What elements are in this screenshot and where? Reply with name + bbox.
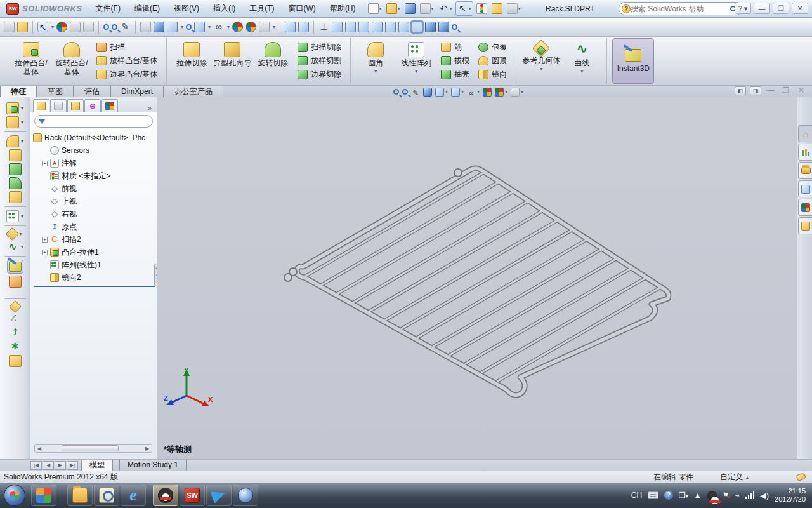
model-tab[interactable]: 模型 [81, 460, 113, 471]
tree-item-boss-extrude1[interactable]: + 凸台-拉伸1 [42, 246, 157, 258]
view-settings-button[interactable]: ▾ [511, 88, 523, 97]
tray-restore-icon[interactable]: ❐▾ [679, 491, 688, 500]
linear-pattern-button[interactable]: 线性阵列 ▾ [396, 38, 436, 84]
curves-button[interactable]: ∿ 曲线 ▾ [562, 38, 601, 84]
feature-manager-tab[interactable] [33, 99, 49, 112]
view-cube-1-icon[interactable] [332, 22, 343, 32]
tree-item-part[interactable]: Rack (Default<<Default>_Phc [33, 131, 157, 144]
apply-scene-icon[interactable] [246, 22, 256, 32]
tree-item-mirror2[interactable]: 镜向2 [42, 271, 157, 284]
reference-geometry-caret[interactable]: ▾ [540, 66, 542, 72]
tray-clock[interactable]: 21:15 2012/7/20 [775, 487, 806, 504]
draft-button[interactable]: 拔模 [438, 55, 472, 67]
edit-appearance-button[interactable] [483, 88, 492, 97]
doc-minimize-button[interactable]: — [765, 86, 776, 95]
show-hidden-icons-arrow[interactable]: ▲ [694, 491, 702, 500]
lt-plane-button[interactable] [11, 302, 20, 311]
lens-icon[interactable] [452, 24, 457, 30]
tree-filter-box[interactable] [34, 115, 153, 128]
lt-draft-button[interactable] [9, 177, 22, 189]
lofted-cut-button[interactable]: 放样切割 [295, 55, 344, 67]
new-document-button[interactable]: ▾ [367, 2, 383, 15]
lt-extruded-cut-button[interactable]: ▾ [6, 116, 23, 128]
extruded-boss-button[interactable]: 拉伸凸台/基体 [11, 38, 51, 84]
lt-linear-pattern-button[interactable]: ▾ [6, 210, 23, 222]
view-isometric-icon[interactable] [412, 22, 422, 32]
expand-boss-extrude1[interactable]: + [42, 250, 48, 255]
view-cube-4-icon[interactable] [372, 22, 383, 32]
property-manager-tab[interactable] [50, 99, 67, 112]
model-item-icon[interactable] [17, 22, 28, 32]
fillet-button[interactable]: 圆角 ▾ [356, 38, 395, 84]
section-view-icon[interactable] [154, 22, 164, 32]
scroll-thumb[interactable] [62, 445, 119, 451]
revolved-boss-button[interactable]: 旋转凸台/基体 [52, 38, 91, 84]
lt-shell-button[interactable] [9, 163, 22, 175]
view-cube-5-icon[interactable] [385, 22, 396, 32]
app-help-button[interactable]: ? ▾ [735, 3, 751, 14]
lt-mate-reference-button[interactable] [9, 355, 22, 367]
expand-sweep2[interactable]: + [42, 237, 48, 243]
revolved-cut-button[interactable]: 旋转切除 [253, 38, 292, 84]
lt-curves-button[interactable]: ∿▾ [6, 241, 23, 253]
status-tag-button[interactable] [797, 474, 806, 480]
tab-features[interactable]: 特征 [0, 86, 37, 97]
minimize-button[interactable]: — [754, 3, 770, 14]
display-manager-tab[interactable] [102, 99, 118, 112]
tree-item-sweep2[interactable]: + C 扫描2 [42, 233, 157, 246]
network-signal-icon[interactable] [745, 491, 754, 499]
lt-point-button[interactable]: ✱ [9, 341, 22, 353]
taskbar-app-search[interactable] [94, 485, 119, 506]
split-right-button[interactable]: ◨ [750, 86, 761, 95]
keyboard-icon[interactable] [648, 491, 658, 499]
tree-item-origin[interactable]: ↥ 原点 [42, 220, 157, 233]
shell-button[interactable]: 抽壳 [438, 69, 472, 81]
view-dimetric-icon[interactable] [438, 22, 449, 32]
task-pane-custom-properties-tab[interactable] [798, 217, 812, 234]
zoom-fit-icon[interactable] [103, 24, 109, 30]
view-cube-2-icon[interactable] [345, 22, 356, 32]
hide-show-items-icon[interactable]: ∞ [213, 22, 224, 32]
lt-fillet-button[interactable]: ▾ [6, 135, 23, 147]
menu-edit[interactable]: 编辑(E) [128, 1, 167, 17]
task-pane-design-library-tab[interactable] [798, 162, 812, 179]
rack-model[interactable] [157, 97, 797, 459]
view-cube-3-icon[interactable] [358, 22, 369, 32]
linear-pattern-caret[interactable]: ▾ [415, 69, 417, 74]
task-pane-home-tab[interactable]: ⌂ [798, 125, 812, 142]
power-plug-icon[interactable]: ⌁ [735, 491, 740, 500]
zoom-to-area-button[interactable] [402, 89, 408, 95]
menu-view[interactable]: 视图(V) [167, 1, 206, 17]
taskbar-app-ie[interactable]: e [121, 485, 146, 506]
section-view-button[interactable] [423, 88, 432, 97]
taskbar-app-thunder[interactable] [206, 485, 232, 506]
motion-study-tab[interactable]: Motion Study 1 [119, 460, 187, 471]
swept-boss-button[interactable]: 扫描 [94, 41, 160, 53]
doc-close-button[interactable]: ✕ [796, 86, 807, 95]
display-style-icon[interactable] [194, 22, 205, 32]
zoom-out-icon[interactable] [186, 24, 192, 30]
boundary-cut-button[interactable]: 边界切除 [295, 69, 344, 81]
select-button[interactable]: ↖▾ [455, 1, 473, 16]
lt-rib-button[interactable] [9, 149, 22, 161]
configuration-manager-tab[interactable] [67, 99, 84, 112]
zoom-to-fit-button[interactable] [393, 89, 399, 95]
action-center-flag-icon[interactable]: ⚑✕ [723, 491, 730, 500]
lt-reference-geometry-button[interactable]: ▾ [8, 229, 22, 239]
taskbar-app-solidworks[interactable]: SW [180, 485, 205, 506]
view-settings-icon[interactable] [259, 22, 270, 32]
normal-to-icon[interactable]: ⊥ [318, 22, 329, 32]
last-tab-button[interactable]: ▶| [67, 461, 78, 470]
undo-button[interactable]: ↶▾ [437, 2, 454, 15]
mirror-button[interactable]: 镜向 [476, 69, 509, 81]
instant3d-button[interactable]: Instant3D [612, 38, 654, 84]
lt-coordinate-system-button[interactable]: ⤴ [9, 327, 22, 339]
ime-language-indicator[interactable]: CH [631, 491, 642, 500]
lt-sweep-button[interactable] [9, 276, 22, 288]
volume-icon[interactable]: ◀) [760, 491, 769, 500]
taskbar-app-qq[interactable] [153, 485, 178, 506]
task-pane-resources-tab[interactable] [798, 144, 812, 161]
tree-item-linear-pattern1[interactable]: 阵列(线性)1 [42, 258, 157, 271]
tab-sketch[interactable]: 草图 [37, 86, 74, 97]
save-button[interactable] [403, 2, 417, 15]
